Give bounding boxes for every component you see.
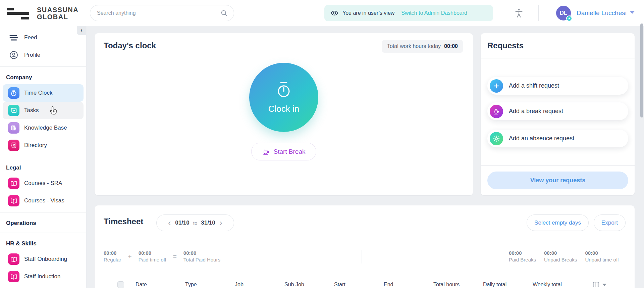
- date-range-picker: ‹ 01/10 to 31/10 ›: [156, 214, 234, 231]
- summary-regular: 00:00 Regular: [104, 250, 121, 262]
- section-header-hr-skills: HR & Skills: [0, 236, 86, 250]
- sun-icon: [490, 132, 503, 145]
- column-header-job[interactable]: Job: [235, 282, 284, 288]
- columns-icon: [593, 282, 599, 288]
- avatar[interactable]: DL ★: [556, 6, 571, 20]
- open-book-icon: [8, 253, 19, 265]
- section-header-company: Company: [0, 69, 86, 84]
- timesheet-card: Timesheet ‹ 01/10 to 31/10 › Select empt…: [95, 205, 635, 288]
- summary-divider: [362, 250, 362, 263]
- view-your-requests-button[interactable]: View your requests: [487, 172, 628, 189]
- section-header-operations: Operations: [0, 215, 86, 230]
- column-header-daily-total[interactable]: Daily total: [483, 282, 533, 288]
- request-label: Add a break request: [509, 108, 563, 115]
- date-to-word: to: [193, 220, 198, 226]
- profile-icon: [8, 51, 19, 59]
- clock-in-button[interactable]: Clock in: [249, 63, 318, 132]
- timesheet-summary-right: 00:00 Paid Breaks 00:00 Unpaid Breaks 00…: [509, 250, 619, 262]
- feed-icon: [8, 34, 19, 42]
- company-logo-icon: [7, 8, 29, 20]
- coffee-cup-icon: [490, 105, 503, 118]
- select-empty-days-button[interactable]: Select empty days: [527, 214, 589, 231]
- clock-in-label: Clock in: [268, 104, 299, 114]
- column-header-total-hours[interactable]: Total hours: [433, 282, 483, 288]
- total-hours-value: 00:00: [444, 43, 458, 49]
- chevron-right-icon[interactable]: ›: [219, 220, 223, 226]
- sidebar-item-staff-induction[interactable]: Staff Induction: [3, 268, 84, 285]
- star-icon: ★: [566, 15, 572, 21]
- sidebar-item-courses-sra[interactable]: Courses - SRA: [3, 175, 84, 192]
- page-scrollbar-thumb[interactable]: [640, 23, 643, 117]
- select-all-checkbox[interactable]: [117, 281, 124, 288]
- add-shift-request-button[interactable]: Add a shift request: [487, 77, 628, 95]
- todays-clock-card: Today's clock Total work hours today 00:…: [95, 33, 473, 195]
- sidebar-item-profile[interactable]: Profile: [3, 46, 84, 64]
- add-absence-request-button[interactable]: Add an absence request: [487, 130, 628, 147]
- total-hours-label: Total work hours today: [387, 43, 441, 49]
- sidebar-item-label: Time Clock: [24, 90, 52, 96]
- sidebar-item-label: Knowledge Base: [24, 125, 67, 131]
- sidebar-item-label: Staff Induction: [24, 273, 60, 280]
- accessibility-icon[interactable]: [514, 8, 524, 18]
- user-view-banner: You are in user’s view Switch to Admin D…: [324, 5, 493, 21]
- stopwatch-icon: [275, 81, 293, 99]
- section-header-legal: Legal: [0, 160, 86, 175]
- column-settings-button[interactable]: [593, 282, 606, 288]
- start-break-button[interactable]: Start Break: [251, 143, 316, 160]
- requests-title: Requests: [487, 41, 524, 50]
- sidebar-item-tasks[interactable]: Tasks: [3, 102, 84, 119]
- search-icon: [220, 9, 228, 17]
- user-name[interactable]: Danielle Lucchesi: [577, 9, 627, 17]
- avatar-initials: DL: [560, 10, 568, 16]
- request-label: Add an absence request: [509, 135, 574, 142]
- date-to[interactable]: 31/10: [201, 220, 215, 226]
- date-from[interactable]: 01/10: [175, 220, 190, 226]
- chevron-down-icon: [602, 284, 606, 286]
- company-logo: SUASSUNA GLOBAL: [37, 6, 78, 20]
- sidebar-item-directory[interactable]: Directory: [3, 137, 84, 154]
- timesheet-summary-left: 00:00 Regular + 00:00 Paid time off = 00…: [104, 250, 220, 262]
- tasks-icon: [8, 105, 19, 116]
- summary-paid-breaks: 00:00 Paid Breaks: [509, 250, 536, 262]
- sidebar-item-label: Courses - Visas: [24, 197, 64, 204]
- timesheet-title: Timesheet: [104, 217, 143, 226]
- time-clock-icon: [8, 87, 19, 99]
- column-header-end[interactable]: End: [384, 282, 433, 288]
- logo-line2: GLOBAL: [37, 13, 78, 20]
- sidebar-item-label: Directory: [24, 142, 47, 149]
- sidebar-divider: [0, 66, 86, 67]
- column-header-sub-job[interactable]: Sub Job: [284, 282, 334, 288]
- sidebar-item-label: Staff Onboarding: [24, 256, 67, 262]
- summary-unpaid-time-off: 00:00 Unpaid time off: [585, 250, 619, 262]
- start-break-label: Start Break: [273, 148, 305, 155]
- column-header-weekly-total[interactable]: Weekly total: [533, 282, 588, 288]
- sidebar-item-staff-onboarding[interactable]: Staff Onboarding: [3, 250, 84, 268]
- open-book-icon: [8, 271, 19, 282]
- sidebar-collapse-button[interactable]: ‹: [77, 26, 86, 35]
- open-book-icon: [8, 178, 19, 189]
- sidebar-item-knowledge-base[interactable]: Knowledge Base: [3, 119, 84, 137]
- column-header-date[interactable]: Date: [136, 282, 185, 288]
- logo-line1: SUASSUNA: [37, 6, 78, 13]
- search-box[interactable]: [90, 5, 234, 21]
- plus-icon: [490, 79, 503, 93]
- open-book-icon: [8, 195, 19, 206]
- eye-icon: [330, 9, 338, 17]
- add-break-request-button[interactable]: Add a break request: [487, 102, 628, 120]
- sidebar-item-feed[interactable]: Feed: [3, 29, 84, 46]
- request-label: Add a shift request: [509, 82, 559, 89]
- switch-to-admin-link[interactable]: Switch to Admin Dashboard: [401, 10, 467, 16]
- clock-card-title: Today's clock: [104, 41, 156, 50]
- chevron-left-icon[interactable]: ‹: [167, 220, 171, 226]
- export-button[interactable]: Export: [594, 214, 626, 231]
- summary-total-paid-hours: 00:00 Total Paid Hours: [183, 250, 220, 262]
- sidebar-item-courses-visas[interactable]: Courses - Visas: [3, 192, 84, 209]
- user-view-text: You are in user’s view: [342, 10, 394, 16]
- column-header-type[interactable]: Type: [185, 282, 235, 288]
- column-header-start[interactable]: Start: [334, 282, 384, 288]
- sidebar-item-time-clock[interactable]: Time Clock: [3, 84, 84, 102]
- main-content: Today's clock Total work hours today 00:…: [87, 26, 644, 288]
- search-input[interactable]: [97, 10, 220, 16]
- chevron-down-icon[interactable]: [630, 11, 635, 14]
- summary-paid-time-off: 00:00 Paid time off: [139, 250, 166, 262]
